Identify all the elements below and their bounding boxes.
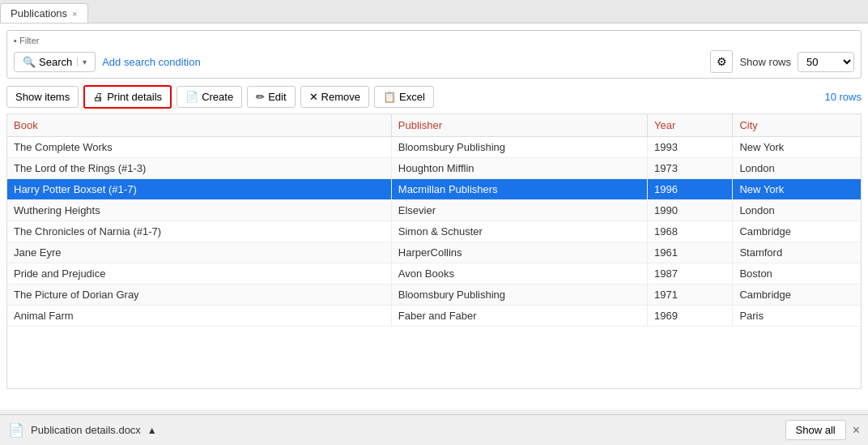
cell-publisher: Faber and Faber [391, 306, 647, 327]
cell-city: New York [733, 179, 861, 200]
filter-right: ⚙ Show rows 50 100 200 [710, 50, 854, 73]
show-rows-select[interactable]: 50 100 200 [798, 52, 854, 72]
col-header-book: Book [7, 114, 391, 137]
cell-city: London [733, 158, 861, 179]
table-container[interactable]: Book Publisher Year City The Complete Wo… [6, 113, 862, 389]
cell-year: 1973 [647, 158, 732, 179]
cell-city: Stamford [733, 242, 861, 263]
gear-button[interactable]: ⚙ [710, 50, 733, 73]
table-row[interactable]: Harry Potter Boxset (#1-7)Macmillan Publ… [7, 179, 861, 200]
cell-book: The Lord of the Rings (#1-3) [7, 158, 391, 179]
table-row[interactable]: Jane EyreHarperCollins1961Stamford [7, 242, 861, 263]
print-icon: 🖨 [93, 91, 104, 103]
filter-collapse-icon[interactable]: ▪ [14, 36, 17, 45]
create-button[interactable]: 📄 Create [177, 86, 242, 108]
doc-icon: 📄 [8, 422, 24, 438]
cell-year: 1990 [647, 200, 732, 221]
cell-year: 1987 [647, 263, 732, 285]
filter-section: ▪ Filter 🔍 Search ▾ Add search condition… [6, 30, 862, 79]
cell-book: Wuthering Heights [7, 200, 391, 221]
col-header-city: City [733, 114, 861, 137]
add-search-condition-link[interactable]: Add search condition [102, 56, 200, 68]
create-icon: 📄 [185, 91, 198, 103]
cell-year: 1971 [647, 285, 732, 306]
table-header: Book Publisher Year City [7, 114, 861, 137]
publications-table: Book Publisher Year City The Complete Wo… [7, 114, 861, 327]
doc-name: Publication details.docx [31, 424, 141, 436]
filter-label: ▪ Filter [14, 36, 854, 45]
cell-city: Boston [733, 263, 861, 285]
show-all-button[interactable]: Show all [785, 420, 846, 440]
tab-bar: Publications × [0, 0, 868, 24]
table-row[interactable]: The Picture of Dorian GrayBloomsbury Pub… [7, 285, 861, 306]
expand-button[interactable]: ▲ [147, 425, 157, 436]
search-dropdown-arrow[interactable]: ▾ [77, 58, 87, 66]
cell-publisher: Houghton Mifflin [391, 158, 647, 179]
edit-button[interactable]: ✏ Edit [247, 86, 295, 108]
edit-icon: ✏ [256, 91, 265, 103]
tab-label: Publications [11, 7, 67, 19]
cell-city: London [733, 200, 861, 221]
tab-close-icon[interactable]: × [72, 9, 77, 19]
cell-publisher: Elsevier [391, 200, 647, 221]
filter-left: 🔍 Search ▾ Add search condition [14, 52, 201, 72]
cell-book: The Chronicles of Narnia (#1-7) [7, 221, 391, 242]
cell-city: New York [733, 137, 861, 158]
col-header-year: Year [647, 114, 732, 137]
rows-count: 10 rows [824, 91, 862, 103]
table-body: The Complete WorksBloomsbury Publishing1… [7, 137, 861, 327]
show-rows-label: Show rows [739, 56, 791, 68]
cell-city: Cambridge [733, 221, 861, 242]
cell-year: 1996 [647, 179, 732, 200]
print-details-button[interactable]: 🖨 Print details [83, 85, 172, 109]
table-row[interactable]: The Lord of the Rings (#1-3)Houghton Mif… [7, 158, 861, 179]
publications-tab[interactable]: Publications × [0, 3, 88, 23]
excel-icon: 📋 [383, 91, 396, 103]
cell-publisher: Bloomsbury Publishing [391, 285, 647, 306]
bottom-bar: 📄 Publication details.docx ▲ Show all × [0, 414, 868, 445]
cell-city: Cambridge [733, 285, 861, 306]
download-item: 📄 Publication details.docx ▲ [8, 422, 157, 438]
bottom-right: Show all × [785, 420, 860, 440]
table-row[interactable]: Wuthering HeightsElsevier1990London [7, 200, 861, 221]
table-row[interactable]: The Complete WorksBloomsbury Publishing1… [7, 137, 861, 158]
show-items-button[interactable]: Show items [6, 86, 79, 108]
cell-book: The Picture of Dorian Gray [7, 285, 391, 306]
cell-publisher: Macmillan Publishers [391, 179, 647, 200]
table-row[interactable]: Pride and PrejudiceAvon Books1987Boston [7, 263, 861, 285]
close-bottom-button[interactable]: × [853, 423, 860, 438]
cell-publisher: Avon Books [391, 263, 647, 285]
cell-book: Animal Farm [7, 306, 391, 327]
cell-book: Pride and Prejudice [7, 263, 391, 285]
table-row[interactable]: The Chronicles of Narnia (#1-7)Simon & S… [7, 221, 861, 242]
search-icon: 🔍 [23, 56, 36, 68]
cell-year: 1961 [647, 242, 732, 263]
cell-year: 1968 [647, 221, 732, 242]
remove-icon: ✕ [309, 91, 318, 103]
cell-year: 1969 [647, 306, 732, 327]
table-row[interactable]: Animal FarmFaber and Faber1969Paris [7, 306, 861, 327]
cell-city: Paris [733, 306, 861, 327]
cell-book: Harry Potter Boxset (#1-7) [7, 179, 391, 200]
cell-publisher: HarperCollins [391, 242, 647, 263]
filter-row: 🔍 Search ▾ Add search condition ⚙ Show r… [14, 50, 854, 73]
cell-publisher: Bloomsbury Publishing [391, 137, 647, 158]
gear-icon: ⚙ [717, 55, 727, 68]
main-content: ▪ Filter 🔍 Search ▾ Add search condition… [0, 24, 868, 409]
cell-publisher: Simon & Schuster [391, 221, 647, 242]
excel-button[interactable]: 📋 Excel [374, 86, 434, 108]
col-header-publisher: Publisher [391, 114, 647, 137]
cell-book: Jane Eyre [7, 242, 391, 263]
search-button[interactable]: 🔍 Search ▾ [14, 52, 96, 72]
toolbar: Show items 🖨 Print details 📄 Create ✏ Ed… [6, 85, 862, 109]
remove-button[interactable]: ✕ Remove [300, 86, 369, 108]
cell-book: The Complete Works [7, 137, 391, 158]
cell-year: 1993 [647, 137, 732, 158]
